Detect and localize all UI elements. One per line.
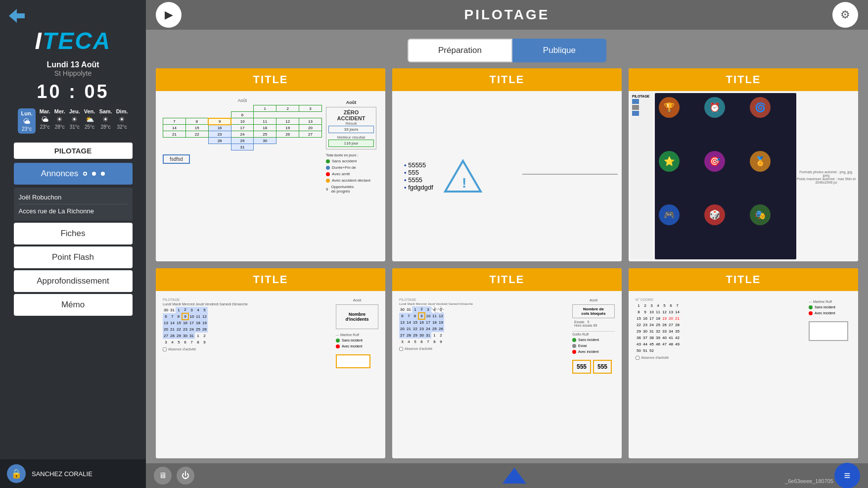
tab-preparation[interactable]: Préparation <box>408 39 512 62</box>
weather-day-4: Ven. ⛅ 25°c <box>84 108 95 130</box>
photo-thumb: 🏅 <box>750 151 771 172</box>
logo: ITECA <box>35 27 111 54</box>
weather-row: Lun. 🌥 23°c Mar. 🌥 23°c Mer. ☀ 28°c Jeu.… <box>18 108 128 134</box>
sidebar-time: 10 : 05 <box>37 81 109 102</box>
card-4-title: TITLE <box>156 268 385 291</box>
dot-3 <box>101 172 105 176</box>
list-item: fgdgdgdf <box>404 184 433 191</box>
card-4[interactable]: TITLE PILOTAGE LundiMardiMercredJeudiVen… <box>156 268 385 459</box>
card-2[interactable]: TITLE 55555 555 5555 fgdgdgdf ! <box>392 68 622 261</box>
menu-fab-button[interactable]: ≡ <box>834 463 860 488</box>
card-3-title: TITLE <box>629 68 858 91</box>
weather-day-0: Lun. 🌥 23°c <box>18 108 35 134</box>
sidebar-date: Lundi 13 Août <box>46 60 99 69</box>
photo-thumb: ⭐ <box>659 151 680 172</box>
play-button[interactable]: ▶ <box>156 2 182 28</box>
weather-day-6: Dim. ☀ 32°c <box>116 108 128 130</box>
card-1-body: Août 123 6 7 8 9 <box>156 91 385 261</box>
main-header: ▶ PILOTAGE ⚙ <box>146 0 868 30</box>
version-text: _6e63eeee_180705 <box>785 478 833 484</box>
card-5[interactable]: TITLE PILOTAGE LundiMardiMercredJeudiVen… <box>392 268 622 459</box>
sidebar: ITECA Lundi 13 Août St Hippolyte 10 : 05… <box>0 0 146 488</box>
back-button[interactable] <box>9 9 25 24</box>
sidebar-item-fiches[interactable]: Fiches <box>14 223 133 244</box>
tabs-row: Préparation Publique <box>146 39 868 62</box>
card-1[interactable]: TITLE Août 123 6 <box>156 68 385 261</box>
weather-day-3: Jeu. ☀ 31°c <box>69 108 80 130</box>
photo-thumb: 🎭 <box>750 204 771 225</box>
card-2-list: 55555 555 5555 fgdgdgdf <box>404 161 433 191</box>
main-bottom-bar: 🖥 ⏻ ≡ <box>146 463 868 488</box>
dot-2 <box>92 172 96 176</box>
card-2-title: TITLE <box>392 68 622 91</box>
sidebar-sub-items: Joël Robuchon Acces rue de La Richonne <box>14 188 133 221</box>
card-5-body: PILOTAGE LundiMardiMercredJeudiVendrediS… <box>392 291 622 459</box>
main-title: PILOTAGE <box>156 7 858 23</box>
cards-grid: TITLE Août 123 6 <box>146 68 868 463</box>
bottom-left-icons: 🖥 ⏻ <box>154 467 194 485</box>
sidebar-item-annonces[interactable]: Annonces <box>14 163 133 185</box>
card-4-body: PILOTAGE LundiMardiMercredJeudiVendrediS… <box>156 291 385 459</box>
card-5-title: TITLE <box>392 268 622 291</box>
sidebar-location: St Hippolyte <box>54 69 91 77</box>
photo-thumb: 🏆 <box>659 97 680 118</box>
weather-day-1: Mar. 🌥 23°c <box>40 108 50 130</box>
user-name: SANCHEZ CORALIE <box>32 470 92 478</box>
monitor-icon-btn[interactable]: 🖥 <box>154 467 172 485</box>
list-item: 5555 <box>404 176 433 184</box>
bottom-right-icons: ≡ <box>834 463 860 488</box>
sidebar-item-memo[interactable]: Mémo <box>14 294 133 316</box>
weather-day-2: Mer. ☀ 28°c <box>54 108 65 130</box>
tab-publique[interactable]: Publique <box>512 39 606 62</box>
lock-button[interactable]: 🔒 <box>7 464 26 483</box>
weather-day-5: Sam. ☀ 28°c <box>99 108 112 130</box>
settings-button[interactable]: ⚙ <box>832 2 858 28</box>
card-1-title: TITLE <box>156 68 385 91</box>
card-6[interactable]: TITLE N° COORD 1234567 891011121314 <box>629 268 858 459</box>
svg-text:!: ! <box>462 175 466 191</box>
main-content: ▶ PILOTAGE ⚙ Préparation Publique TITLE … <box>146 0 868 488</box>
list-item: 555 <box>404 169 433 176</box>
pilotage-label: PILOTAGE <box>14 143 133 159</box>
dot-1 <box>83 172 87 176</box>
photo-thumb: 🎲 <box>704 204 725 225</box>
power-icon-btn[interactable]: ⏻ <box>177 467 194 485</box>
photo-thumb: 🎮 <box>659 204 680 225</box>
photo-thumb: ⏰ <box>704 97 725 118</box>
card-3-body: PILOTAGE 🏆 ⏰ 🌀 ⭐ 🎯 🏅 🎮 🎲 <box>629 91 858 261</box>
card-3[interactable]: TITLE PILOTAGE 🏆 ⏰ 🌀 ⭐ <box>629 68 858 261</box>
svg-marker-0 <box>9 9 25 23</box>
sidebar-item-pointflash[interactable]: Point Flash <box>14 246 133 268</box>
card-2-body: 55555 555 5555 fgdgdgdf ! <box>392 91 622 261</box>
sidebar-bottom: 🔒 SANCHEZ CORALIE <box>0 459 146 488</box>
sidebar-sub-joel[interactable]: Joël Robuchon <box>19 191 128 204</box>
bottom-center <box>503 468 526 484</box>
card-6-title: TITLE <box>629 268 858 291</box>
sidebar-item-approfondissement[interactable]: Approfondissement <box>14 270 133 292</box>
photo-thumb: 🌀 <box>750 97 771 118</box>
card-6-body: N° COORD 1234567 891011121314 1516171819… <box>629 291 858 459</box>
sidebar-nav: Annonces Joël Robuchon Acces rue de La R… <box>14 163 133 316</box>
scroll-up-button[interactable] <box>503 468 526 484</box>
sidebar-sub-acces[interactable]: Acces rue de La Richonne <box>19 204 128 218</box>
list-item: 55555 <box>404 161 433 169</box>
photo-thumb: 🎯 <box>704 151 725 172</box>
warning-icon: ! <box>443 159 483 194</box>
